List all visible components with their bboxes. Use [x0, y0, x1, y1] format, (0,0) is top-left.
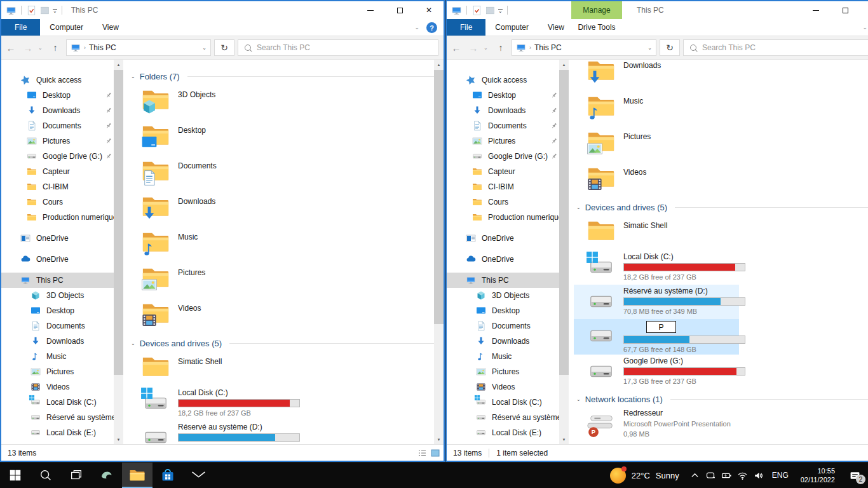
sidebar-item-documents-2[interactable]: Documents [447, 318, 559, 334]
minimize-button[interactable] [356, 1, 385, 19]
sidebar-item-this-pc[interactable]: This PC [447, 273, 559, 288]
search-box[interactable]: Search This PC [683, 39, 868, 56]
group-header-folders[interactable]: ⌄ Folders (7) [131, 69, 434, 84]
scrollbar-thumb[interactable] [559, 70, 569, 375]
close-button[interactable]: ✕ [860, 1, 868, 19]
file-explorer-icon[interactable] [122, 463, 153, 488]
sidebar-item-music[interactable]: Music [1, 349, 114, 364]
tab-drive-tools[interactable]: Drive Tools [571, 19, 622, 36]
tab-computer[interactable]: Computer [40, 19, 93, 36]
sidebar-item-onedrive-2[interactable]: OneDrive [447, 252, 559, 267]
folder-tile-pictures[interactable]: Pictures [128, 262, 434, 297]
sidebar-item-pictures-2[interactable]: Pictures [447, 364, 559, 379]
weather-widget[interactable]: 22°C Sunny [602, 463, 687, 488]
title-bar[interactable]: ⌄ Manage This PC ✕ [447, 1, 868, 19]
folder-tile-simatic-shell[interactable]: Simatic Shell [128, 351, 434, 386]
chevron-up-icon[interactable] [687, 463, 703, 488]
scroll-down-arrow-icon[interactable]: ▼ [559, 435, 569, 444]
drive-rename-input[interactable] [646, 321, 676, 333]
folder-tile-music[interactable]: Music [128, 226, 434, 262]
scroll-down-arrow-icon[interactable]: ▼ [434, 435, 444, 444]
refresh-button[interactable]: ↻ [214, 39, 234, 56]
folder-tile-videos[interactable]: Videos [574, 161, 868, 197]
forward-button[interactable]: → [466, 43, 480, 53]
sidebar-item-ci-ibim[interactable]: CI-IBIM [447, 179, 559, 194]
up-button[interactable]: ↑ [48, 43, 63, 53]
chevron-down-icon[interactable]: ⌄ [576, 396, 581, 402]
sidebar-item-onedrive-2[interactable]: OneDrive [1, 252, 114, 267]
up-button[interactable]: ↑ [493, 43, 508, 53]
sidebar-item-desktop[interactable]: Desktop [1, 88, 114, 103]
chevron-down-icon[interactable]: ⌄ [202, 45, 207, 51]
folder-tile-music[interactable]: Music [574, 90, 868, 126]
sidebar-item-capteur[interactable]: Capteur [447, 164, 559, 179]
network-item-redresseur[interactable]: Redresseur Microsoft PowerPoint Presenta… [574, 407, 739, 441]
group-header-devices[interactable]: ⌄ Devices and drives (5) [576, 200, 868, 215]
drive-reserve-systeme-d[interactable]: Réservé au système (D:) [128, 421, 294, 444]
minimize-button[interactable] [801, 1, 831, 19]
title-bar[interactable]: ⌄ This PC ✕ [1, 1, 444, 19]
edge-icon[interactable] [92, 463, 122, 488]
sidebar-item-local-disk-c[interactable]: Local Disk (C:) [447, 395, 559, 410]
sidebar-item-downloads[interactable]: Downloads [1, 103, 114, 118]
sidebar-item-pictures[interactable]: Pictures [1, 133, 114, 149]
folder-tile-downloads[interactable]: Downloads [128, 191, 434, 226]
sidebar-item-onedrive[interactable]: OneDrive [447, 231, 559, 246]
scrollbar-thumb[interactable] [434, 70, 444, 324]
tab-view[interactable]: View [538, 19, 574, 36]
chevron-down-icon[interactable]: ⌄ [131, 74, 135, 79]
file-list-scrollbar[interactable]: ▲▼ [434, 60, 444, 444]
clock[interactable]: 10:55 02/11/2022 [794, 466, 841, 484]
navigation-scrollbar[interactable]: ▲▼ [114, 60, 123, 444]
back-button[interactable]: ← [4, 43, 18, 53]
start-button[interactable] [0, 463, 31, 488]
sidebar-item-reserve-systeme-d[interactable]: Réservé au système (D:) [1, 410, 114, 425]
sidebar-item-quick-access[interactable]: Quick access [1, 72, 114, 88]
recent-locations-chevron-icon[interactable]: ⌄ [484, 45, 490, 51]
new-folder-icon[interactable] [485, 5, 496, 16]
close-button[interactable]: ✕ [414, 1, 444, 19]
sidebar-item-documents[interactable]: Documents [1, 118, 114, 133]
battery-icon[interactable] [719, 463, 735, 488]
sidebar-item-desktop[interactable]: Desktop [447, 88, 559, 103]
task-view-button[interactable] [61, 463, 92, 488]
tab-view[interactable]: View [93, 19, 128, 36]
folder-tile-documents[interactable]: Documents [128, 155, 434, 191]
recent-locations-chevron-icon[interactable]: ⌄ [38, 45, 44, 51]
sidebar-item-downloads-2[interactable]: Downloads [447, 334, 559, 349]
chevron-down-icon[interactable]: ⌄ [131, 341, 135, 346]
sidebar-item-pictures-2[interactable]: Pictures [1, 364, 114, 379]
tab-file[interactable]: File [447, 19, 485, 36]
ribbon-collapse-chevron-icon[interactable]: ⌄ [862, 24, 867, 30]
store-icon[interactable] [153, 463, 183, 488]
sidebar-item-production-numerique[interactable]: Production numerique [447, 210, 559, 225]
mail-icon[interactable] [183, 463, 214, 488]
group-header-network[interactable]: ⌄ Network locations (1) [576, 391, 868, 407]
sidebar-item-cours[interactable]: Cours [447, 194, 559, 210]
sidebar-item-google-drive[interactable]: Google Drive (G:) [1, 149, 114, 164]
scrollbar-thumb[interactable] [114, 70, 123, 375]
back-button[interactable]: ← [449, 43, 463, 53]
folder-tile-3d-objects[interactable]: 3D Objects [128, 84, 434, 119]
sidebar-item-documents[interactable]: Documents [447, 118, 559, 133]
group-header-devices[interactable]: ⌄ Devices and drives (5) [131, 336, 434, 351]
sidebar-item-capteur[interactable]: Capteur [1, 164, 114, 179]
large-icons-view-button[interactable] [430, 448, 440, 458]
chevron-down-icon[interactable]: ⌄ [576, 205, 581, 210]
chevron-down-icon[interactable]: ⌄ [648, 45, 652, 51]
help-button[interactable]: ? [426, 22, 437, 33]
ribbon-collapse-chevron-icon[interactable]: ⌄ [414, 24, 419, 30]
maximize-button[interactable] [831, 1, 860, 19]
search-box[interactable]: Search This PC [238, 39, 438, 56]
sidebar-item-3d-objects[interactable]: 3D Objects [1, 288, 114, 303]
folder-tile-pictures[interactable]: Pictures [574, 126, 868, 161]
sidebar-item-desktop-2[interactable]: Desktop [447, 303, 559, 318]
sidebar-item-cours[interactable]: Cours [1, 194, 114, 210]
forward-button[interactable]: → [21, 43, 35, 53]
wifi-icon[interactable] [735, 463, 750, 488]
breadcrumb[interactable]: › This PC ⌄ [512, 39, 656, 56]
sidebar-item-downloads[interactable]: Downloads [447, 103, 559, 118]
sidebar-item-videos[interactable]: Videos [1, 379, 114, 395]
folder-tile-simatic-shell[interactable]: Simatic Shell [574, 215, 868, 250]
drive-local-disk-c[interactable]: Local Disk (C:) 18,2 GB free of 237 GB [128, 386, 294, 421]
